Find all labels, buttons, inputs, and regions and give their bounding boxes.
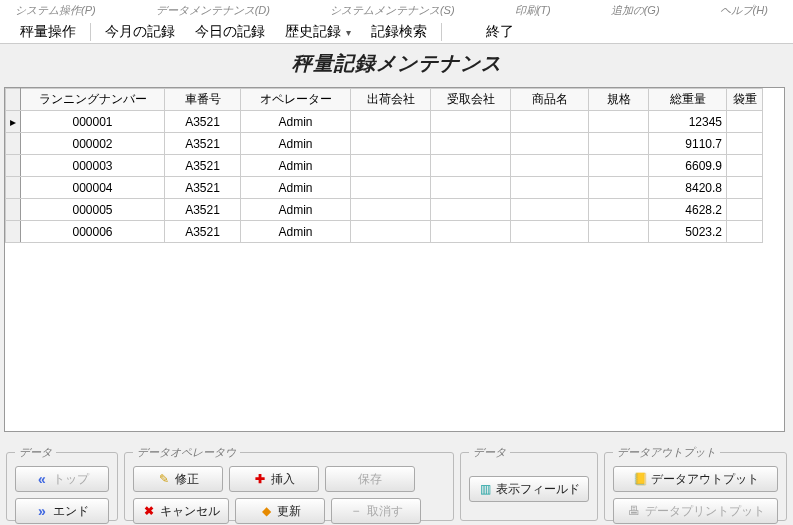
toolbar-weigh[interactable]: 秤量操作: [10, 23, 86, 41]
cell-gross[interactable]: 6609.9: [649, 155, 727, 177]
row-selector[interactable]: [6, 177, 21, 199]
cell-bags[interactable]: [727, 221, 763, 243]
cell-running[interactable]: 000006: [21, 221, 165, 243]
cell-car[interactable]: A3521: [165, 133, 241, 155]
col-gross[interactable]: 総重量: [649, 89, 727, 111]
row-selector[interactable]: [6, 133, 21, 155]
cell-bags[interactable]: [727, 155, 763, 177]
col-car[interactable]: 車番号: [165, 89, 241, 111]
cell-bags[interactable]: [727, 177, 763, 199]
cell-operator[interactable]: Admin: [241, 199, 351, 221]
cell-car[interactable]: A3521: [165, 199, 241, 221]
toolbar-exit[interactable]: 終了: [476, 23, 524, 41]
cell-spec[interactable]: [589, 177, 649, 199]
cell-product[interactable]: [511, 199, 589, 221]
cell-car[interactable]: A3521: [165, 221, 241, 243]
cell-bags[interactable]: [727, 111, 763, 133]
col-product[interactable]: 商品名: [511, 89, 589, 111]
show-fields-button[interactable]: ▥ 表示フィールド: [469, 476, 589, 502]
cell-spec[interactable]: [589, 133, 649, 155]
table-row[interactable]: 000002A3521Admin9110.7: [6, 133, 763, 155]
cell-shipper[interactable]: [351, 199, 431, 221]
cell-running[interactable]: 000002: [21, 133, 165, 155]
cell-car[interactable]: A3521: [165, 111, 241, 133]
cell-operator[interactable]: Admin: [241, 111, 351, 133]
table-row[interactable]: ▸000001A3521Admin12345: [6, 111, 763, 133]
cell-running[interactable]: 000001: [21, 111, 165, 133]
edit-button[interactable]: ✎ 修正: [133, 466, 223, 492]
cell-receiver[interactable]: [431, 221, 511, 243]
cell-operator[interactable]: Admin: [241, 221, 351, 243]
cell-running[interactable]: 000005: [21, 199, 165, 221]
cell-car[interactable]: A3521: [165, 177, 241, 199]
cell-receiver[interactable]: [431, 199, 511, 221]
save-button[interactable]: 保存: [325, 466, 415, 492]
cancel-button[interactable]: ✖ キャンセル: [133, 498, 229, 524]
group-data-operator: データオペレータウ ✎ 修正 ✚ 挿入 保存 ✖ キャンセル: [124, 445, 454, 521]
cell-gross[interactable]: 5023.2: [649, 221, 727, 243]
row-selector[interactable]: [6, 199, 21, 221]
cell-product[interactable]: [511, 221, 589, 243]
row-selector[interactable]: [6, 155, 21, 177]
table-row[interactable]: 000005A3521Admin4628.2: [6, 199, 763, 221]
undo-button[interactable]: − 取消す: [331, 498, 421, 524]
cell-receiver[interactable]: [431, 111, 511, 133]
cell-shipper[interactable]: [351, 133, 431, 155]
data-output-button[interactable]: 📒 データアウトプット: [613, 466, 778, 492]
toolbar-search[interactable]: 記録検索: [361, 23, 437, 41]
toolbar-today[interactable]: 今日の記録: [185, 23, 275, 41]
cell-spec[interactable]: [589, 199, 649, 221]
toolbar-history[interactable]: 歴史記録 ▾: [275, 23, 361, 41]
col-operator[interactable]: オペレーター: [241, 89, 351, 111]
col-spec[interactable]: 規格: [589, 89, 649, 111]
cell-product[interactable]: [511, 133, 589, 155]
menu-print[interactable]: 印刷(T): [515, 3, 551, 17]
cell-running[interactable]: 000004: [21, 177, 165, 199]
data-grid[interactable]: ランニングナンバー 車番号 オペレーター 出荷会社 受取会社 商品名 規格 総重…: [4, 87, 785, 432]
cell-gross[interactable]: 12345: [649, 111, 727, 133]
menu-help[interactable]: ヘルプ(H): [720, 3, 768, 17]
cell-operator[interactable]: Admin: [241, 155, 351, 177]
cell-operator[interactable]: Admin: [241, 177, 351, 199]
col-bags[interactable]: 袋重: [727, 89, 763, 111]
cell-shipper[interactable]: [351, 155, 431, 177]
menu-system-op[interactable]: システム操作(P): [15, 3, 96, 17]
cell-running[interactable]: 000003: [21, 155, 165, 177]
col-shipper[interactable]: 出荷会社: [351, 89, 431, 111]
cell-receiver[interactable]: [431, 177, 511, 199]
cell-gross[interactable]: 9110.7: [649, 133, 727, 155]
toolbar-month[interactable]: 今月の記録: [95, 23, 185, 41]
cell-shipper[interactable]: [351, 221, 431, 243]
cell-operator[interactable]: Admin: [241, 133, 351, 155]
cell-receiver[interactable]: [431, 133, 511, 155]
col-running[interactable]: ランニングナンバー: [21, 89, 165, 111]
cell-spec[interactable]: [589, 155, 649, 177]
top-button[interactable]: « トップ: [15, 466, 109, 492]
table-row[interactable]: 000006A3521Admin5023.2: [6, 221, 763, 243]
cell-gross[interactable]: 4628.2: [649, 199, 727, 221]
table-row[interactable]: 000003A3521Admin6609.9: [6, 155, 763, 177]
update-button[interactable]: ◆ 更新: [235, 498, 325, 524]
data-print-button[interactable]: 🖶 データプリントプット: [613, 498, 778, 524]
table-row[interactable]: 000004A3521Admin8420.8: [6, 177, 763, 199]
row-selector[interactable]: ▸: [6, 111, 21, 133]
cell-bags[interactable]: [727, 133, 763, 155]
cell-bags[interactable]: [727, 199, 763, 221]
cell-spec[interactable]: [589, 111, 649, 133]
cell-car[interactable]: A3521: [165, 155, 241, 177]
end-button[interactable]: » エンド: [15, 498, 109, 524]
col-receiver[interactable]: 受取会社: [431, 89, 511, 111]
cell-spec[interactable]: [589, 221, 649, 243]
cell-shipper[interactable]: [351, 111, 431, 133]
menu-data-maint[interactable]: データメンテナンス(D): [156, 3, 270, 17]
cell-gross[interactable]: 8420.8: [649, 177, 727, 199]
cell-product[interactable]: [511, 111, 589, 133]
cell-product[interactable]: [511, 155, 589, 177]
cell-product[interactable]: [511, 177, 589, 199]
cell-receiver[interactable]: [431, 155, 511, 177]
cell-shipper[interactable]: [351, 177, 431, 199]
insert-button[interactable]: ✚ 挿入: [229, 466, 319, 492]
menu-add[interactable]: 追加の(G): [611, 3, 660, 17]
menu-sys-maint[interactable]: システムメンテナンス(S): [330, 3, 455, 17]
row-selector[interactable]: [6, 221, 21, 243]
